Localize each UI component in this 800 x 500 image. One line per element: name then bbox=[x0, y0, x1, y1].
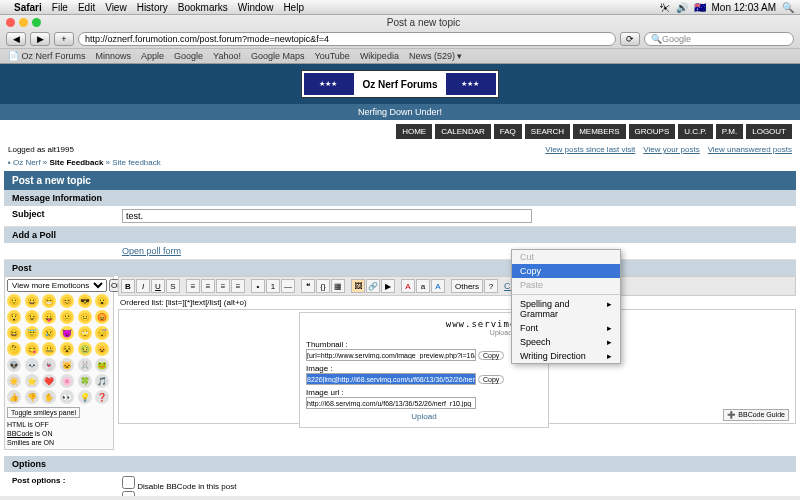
smiley-icon[interactable]: 😮 bbox=[95, 294, 109, 308]
opt-disable-smilies[interactable]: Disable Smilies in this post bbox=[122, 491, 788, 496]
smiley-icon[interactable]: 🤢 bbox=[78, 342, 92, 356]
list-ol-button[interactable]: 1 bbox=[266, 279, 280, 293]
smiley-icon[interactable]: 🎵 bbox=[95, 374, 109, 388]
smiley-icon[interactable]: 😇 bbox=[25, 326, 39, 340]
nav-groups[interactable]: GROUPS bbox=[629, 124, 676, 139]
smiley-icon[interactable]: 🐰 bbox=[78, 358, 92, 372]
list-ul-button[interactable]: • bbox=[251, 279, 265, 293]
bookmark-item[interactable]: Yahoo! bbox=[213, 51, 241, 61]
crumb-forum[interactable]: Site feedback bbox=[112, 158, 160, 167]
crumb-home[interactable]: Oz Nerf bbox=[13, 158, 41, 167]
subject-input[interactable] bbox=[122, 209, 532, 223]
nav-pm[interactable]: P.M. bbox=[716, 124, 743, 139]
nav-ucp[interactable]: U.C.P. bbox=[678, 124, 713, 139]
smiley-icon[interactable]: 🍀 bbox=[78, 374, 92, 388]
smiley-icon[interactable]: 👍 bbox=[7, 390, 21, 404]
smiley-icon[interactable]: 😴 bbox=[95, 326, 109, 340]
menu-window[interactable]: Window bbox=[238, 2, 274, 13]
menu-help[interactable]: Help bbox=[283, 2, 304, 13]
smiley-icon[interactable]: ✋ bbox=[42, 390, 56, 404]
opt-disable-bbcode[interactable]: Disable BBCode in this post bbox=[122, 476, 788, 491]
smiley-icon[interactable]: 👀 bbox=[60, 390, 74, 404]
smiley-icon[interactable]: 😢 bbox=[42, 326, 56, 340]
hr-button[interactable]: — bbox=[281, 279, 295, 293]
quote-button[interactable]: ❝ bbox=[301, 279, 315, 293]
smiley-icon[interactable]: 😐 bbox=[78, 310, 92, 324]
menu-view[interactable]: View bbox=[105, 2, 127, 13]
table-button[interactable]: ▦ bbox=[331, 279, 345, 293]
copy-image-button[interactable]: Copy bbox=[478, 375, 504, 384]
smiley-icon[interactable]: ❤️ bbox=[42, 374, 56, 388]
smiley-icon[interactable]: 💀 bbox=[25, 358, 39, 372]
smiley-icon[interactable]: 🙂 bbox=[7, 294, 21, 308]
upload-link[interactable]: Upload bbox=[306, 412, 542, 421]
ctx-copy[interactable]: Copy bbox=[512, 264, 620, 278]
clock[interactable]: Mon 12:03 AM bbox=[712, 2, 776, 13]
smiley-icon[interactable]: 💡 bbox=[78, 390, 92, 404]
help-button[interactable]: ? bbox=[484, 279, 498, 293]
smiley-icon[interactable]: 🐱 bbox=[60, 358, 74, 372]
image-url-input[interactable] bbox=[306, 397, 476, 409]
nav-home[interactable]: HOME bbox=[396, 124, 432, 139]
smiley-icon[interactable]: 😲 bbox=[7, 310, 21, 324]
message-textarea[interactable]: www.servimg.com Upload your files Thumbn… bbox=[118, 309, 796, 424]
ctx-spelling[interactable]: Spelling and Grammar▸ bbox=[512, 297, 620, 321]
align-right-button[interactable]: ≡ bbox=[216, 279, 230, 293]
window-controls[interactable] bbox=[0, 15, 47, 30]
bookmark-item[interactable]: Minnows bbox=[96, 51, 132, 61]
menu-edit[interactable]: Edit bbox=[78, 2, 95, 13]
copy-thumbnail-button[interactable]: Copy bbox=[478, 351, 504, 360]
thumbnail-input[interactable] bbox=[306, 349, 476, 361]
reload-button[interactable]: ⟳ bbox=[620, 32, 640, 46]
code-button[interactable]: {} bbox=[316, 279, 330, 293]
menu-history[interactable]: History bbox=[137, 2, 168, 13]
smileys-dropdown[interactable]: View more Emoticons bbox=[7, 279, 107, 292]
link-unanswered[interactable]: View unanswered posts bbox=[708, 145, 792, 154]
smiley-icon[interactable]: ❓ bbox=[95, 390, 109, 404]
smileys-toggle[interactable]: Toggle smileys panel bbox=[7, 407, 80, 418]
bookmark-item[interactable]: 📄 Oz Nerf Forums bbox=[8, 51, 86, 61]
color-button[interactable]: A bbox=[431, 279, 445, 293]
add-bookmark-button[interactable]: + bbox=[54, 32, 74, 46]
bookmark-item[interactable]: YouTube bbox=[315, 51, 350, 61]
smiley-icon[interactable]: 😵 bbox=[60, 342, 74, 356]
spotlight-icon[interactable]: 🔍 bbox=[782, 2, 794, 13]
app-menu[interactable]: Safari bbox=[14, 2, 42, 13]
bookmark-item[interactable]: Wikipedia bbox=[360, 51, 399, 61]
font-button[interactable]: A bbox=[401, 279, 415, 293]
smiley-icon[interactable]: 😉 bbox=[25, 310, 39, 324]
menu-bookmarks[interactable]: Bookmarks bbox=[178, 2, 228, 13]
smiley-icon[interactable]: 🤐 bbox=[42, 342, 56, 356]
ctx-speech[interactable]: Speech▸ bbox=[512, 335, 620, 349]
flag-icon[interactable]: 🇦🇺 bbox=[694, 2, 706, 13]
nav-calendar[interactable]: CALENDAR bbox=[435, 124, 491, 139]
ctx-font[interactable]: Font▸ bbox=[512, 321, 620, 335]
nav-logout[interactable]: LOGOUT bbox=[746, 124, 792, 139]
smiley-icon[interactable]: 😋 bbox=[25, 342, 39, 356]
crumb-section[interactable]: Site Feedback bbox=[50, 158, 104, 167]
underline-button[interactable]: U bbox=[151, 279, 165, 293]
smiley-icon[interactable]: 😺 bbox=[95, 342, 109, 356]
search-bar[interactable]: 🔍 Google bbox=[644, 32, 794, 46]
nav-search[interactable]: SEARCH bbox=[525, 124, 570, 139]
ctx-writing-direction[interactable]: Writing Direction▸ bbox=[512, 349, 620, 363]
smiley-icon[interactable]: 👽 bbox=[7, 358, 21, 372]
smiley-icon[interactable]: 😁 bbox=[42, 294, 56, 308]
smiley-icon[interactable]: 🙄 bbox=[78, 326, 92, 340]
smiley-icon[interactable]: ⭐ bbox=[25, 374, 39, 388]
link-button[interactable]: 🔗 bbox=[366, 279, 380, 293]
smiley-icon[interactable]: 😀 bbox=[25, 294, 39, 308]
size-button[interactable]: a bbox=[416, 279, 430, 293]
url-bar[interactable]: http://oznerf.forumotion.com/post.forum?… bbox=[78, 32, 616, 46]
link-since-last[interactable]: View posts since last visit bbox=[545, 145, 635, 154]
open-poll-link[interactable]: Open poll form bbox=[122, 246, 181, 256]
smiley-icon[interactable]: 👻 bbox=[42, 358, 56, 372]
bookmark-item[interactable]: Google bbox=[174, 51, 203, 61]
align-left-button[interactable]: ≡ bbox=[186, 279, 200, 293]
back-button[interactable]: ◀ bbox=[6, 32, 26, 46]
smiley-icon[interactable]: ☀️ bbox=[7, 374, 21, 388]
others-button[interactable]: Others bbox=[451, 279, 483, 293]
smiley-icon[interactable]: 😡 bbox=[95, 310, 109, 324]
forward-button[interactable]: ▶ bbox=[30, 32, 50, 46]
smiley-icon[interactable]: 😈 bbox=[60, 326, 74, 340]
